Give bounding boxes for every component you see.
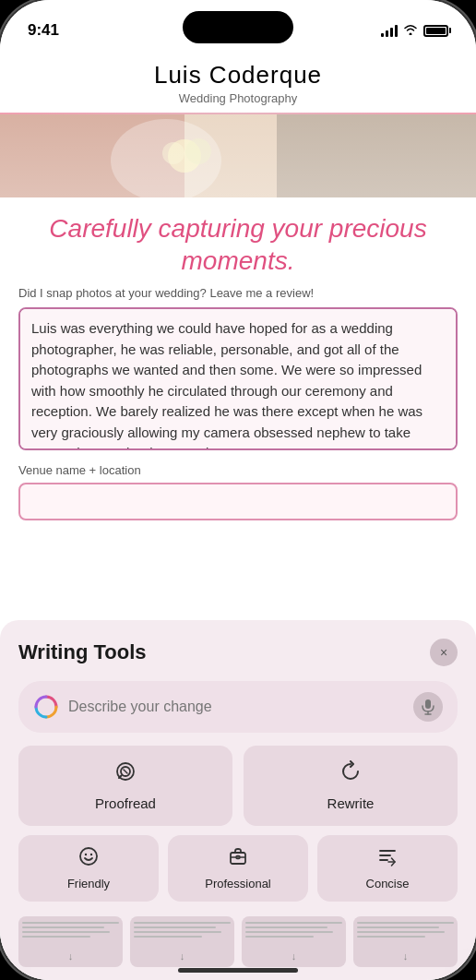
thumbnails-row: ↓ ↓ — [18, 911, 458, 971]
review-section: Did I snap photos at your wedding? Leave… — [0, 286, 476, 454]
thumbnail-3[interactable]: ↓ — [242, 916, 346, 967]
friendly-label: Friendly — [67, 877, 110, 890]
friendly-icon — [78, 846, 99, 871]
hero-photo — [0, 114, 476, 197]
main-content: Luis Coderque Wedding Photography — [0, 50, 476, 980]
describe-input-container — [18, 681, 458, 733]
concise-label: Concise — [366, 877, 410, 890]
writing-tools-panel: Writing Tools × — [0, 620, 476, 980]
thumbnail-4[interactable]: ↓ — [353, 916, 458, 967]
thumb-arrow-4: ↓ — [403, 950, 409, 962]
friendly-button[interactable]: Friendly — [18, 835, 159, 902]
status-icons — [381, 24, 448, 38]
close-button[interactable]: × — [430, 639, 458, 666]
venue-input[interactable] — [18, 483, 458, 520]
page-header: Luis Coderque Wedding Photography — [0, 50, 476, 113]
tools-row-main: Proofread Rewrite — [18, 746, 458, 826]
writing-tools-header: Writing Tools × — [18, 639, 458, 666]
concise-button[interactable]: Concise — [317, 835, 458, 902]
svg-point-14 — [80, 848, 97, 865]
proofread-label: Proofread — [95, 795, 156, 811]
status-time: 9:41 — [28, 21, 59, 40]
writing-tools-title: Writing Tools — [18, 640, 147, 664]
venue-section: Venue name + location — [0, 454, 476, 526]
page-title: Luis Coderque — [18, 61, 458, 90]
proofread-icon — [114, 760, 137, 788]
svg-point-16 — [90, 854, 92, 855]
thumbnail-1[interactable]: ↓ — [18, 916, 123, 967]
review-input[interactable]: Luis was everything we could have hoped … — [18, 307, 458, 450]
home-indicator — [178, 968, 298, 973]
thumb-arrow-2: ↓ — [180, 950, 185, 962]
svg-point-15 — [85, 854, 87, 855]
wifi-icon — [403, 24, 418, 38]
signal-icon — [381, 24, 398, 37]
thumb-arrow-3: ↓ — [292, 950, 297, 962]
page-subtitle: Wedding Photography — [18, 91, 458, 105]
battery-icon — [423, 25, 448, 37]
proofread-button[interactable]: Proofread — [18, 746, 232, 826]
dynamic-island — [183, 11, 293, 43]
mic-button[interactable] — [413, 692, 443, 722]
tools-row-secondary: Friendly Professional — [18, 835, 458, 902]
rewrite-button[interactable]: Rewrite — [244, 746, 458, 826]
thumbnail-2[interactable]: ↓ — [130, 916, 234, 967]
professional-label: Professional — [205, 877, 271, 890]
sparkle-icon — [33, 694, 59, 720]
phone-frame: 9:41 Luis Coderque W — [0, 0, 476, 980]
tagline-text: Carefully capturing your precious moment… — [0, 197, 476, 286]
svg-rect-9 — [425, 699, 431, 709]
rewrite-icon — [339, 760, 362, 788]
rewrite-label: Rewrite — [327, 795, 375, 811]
concise-icon — [377, 846, 398, 871]
describe-change-input[interactable] — [68, 699, 404, 715]
venue-label: Venue name + location — [18, 463, 458, 477]
thumb-arrow-1: ↓ — [68, 950, 74, 962]
professional-button[interactable]: Professional — [168, 835, 308, 902]
review-prompt: Did I snap photos at your wedding? Leave… — [18, 286, 458, 300]
professional-icon — [228, 846, 248, 871]
